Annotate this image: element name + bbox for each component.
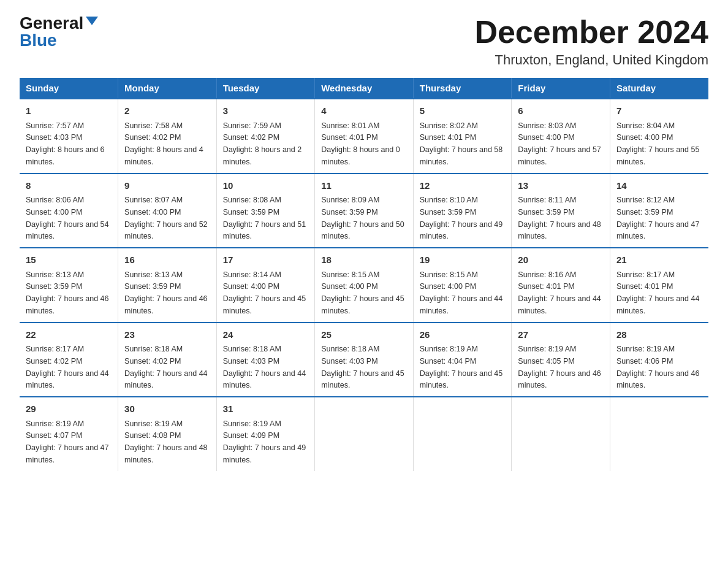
calendar-cell: 7Sunrise: 8:04 AMSunset: 4:00 PMDaylight…: [610, 99, 708, 174]
calendar-cell: 29Sunrise: 8:19 AMSunset: 4:07 PMDayligh…: [20, 397, 118, 471]
day-info: Sunrise: 8:19 AMSunset: 4:07 PMDaylight:…: [26, 419, 109, 464]
day-number: 27: [518, 328, 604, 342]
col-header-friday: Friday: [512, 78, 610, 99]
day-number: 7: [616, 104, 702, 118]
day-number: 18: [321, 253, 407, 267]
calendar-week-row: 1Sunrise: 7:57 AMSunset: 4:03 PMDaylight…: [20, 99, 708, 174]
day-number: 21: [616, 253, 702, 267]
calendar-cell: 11Sunrise: 8:09 AMSunset: 3:59 PMDayligh…: [315, 174, 414, 248]
calendar-cell: 9Sunrise: 8:07 AMSunset: 4:00 PMDaylight…: [118, 174, 217, 248]
day-number: 14: [616, 179, 702, 193]
calendar-cell: 15Sunrise: 8:13 AMSunset: 3:59 PMDayligh…: [20, 248, 118, 323]
calendar-cell: [413, 397, 512, 471]
calendar-week-row: 8Sunrise: 8:06 AMSunset: 4:00 PMDaylight…: [20, 174, 708, 248]
day-number: 19: [420, 253, 506, 267]
day-number: 17: [223, 253, 309, 267]
calendar-cell: 16Sunrise: 8:13 AMSunset: 3:59 PMDayligh…: [118, 248, 217, 323]
calendar-cell: 31Sunrise: 8:19 AMSunset: 4:09 PMDayligh…: [216, 397, 315, 471]
day-info: Sunrise: 8:17 AMSunset: 4:02 PMDaylight:…: [26, 345, 109, 389]
day-info: Sunrise: 8:19 AMSunset: 4:08 PMDaylight:…: [124, 419, 208, 464]
calendar-cell: 2Sunrise: 7:58 AMSunset: 4:02 PMDaylight…: [118, 99, 217, 174]
calendar-cell: 10Sunrise: 8:08 AMSunset: 3:59 PMDayligh…: [216, 174, 315, 248]
calendar-cell: 5Sunrise: 8:02 AMSunset: 4:01 PMDaylight…: [413, 99, 512, 174]
day-info: Sunrise: 8:19 AMSunset: 4:05 PMDaylight:…: [518, 345, 601, 389]
day-info: Sunrise: 7:59 AMSunset: 4:02 PMDaylight:…: [223, 121, 302, 166]
page-title: December 2024: [474, 15, 708, 50]
calendar-cell: 4Sunrise: 8:01 AMSunset: 4:01 PMDaylight…: [315, 99, 414, 174]
day-info: Sunrise: 8:10 AMSunset: 3:59 PMDaylight:…: [420, 196, 503, 240]
col-header-monday: Monday: [118, 78, 217, 99]
day-number: 9: [124, 179, 210, 193]
day-number: 12: [420, 179, 506, 193]
day-number: 26: [420, 328, 506, 342]
day-info: Sunrise: 8:02 AMSunset: 4:01 PMDaylight:…: [420, 121, 503, 166]
day-info: Sunrise: 8:01 AMSunset: 4:01 PMDaylight:…: [321, 121, 400, 166]
day-number: 13: [518, 179, 604, 193]
day-number: 16: [124, 253, 210, 267]
calendar-cell: 3Sunrise: 7:59 AMSunset: 4:02 PMDaylight…: [216, 99, 315, 174]
calendar-cell: 13Sunrise: 8:11 AMSunset: 3:59 PMDayligh…: [512, 174, 610, 248]
calendar-week-row: 22Sunrise: 8:17 AMSunset: 4:02 PMDayligh…: [20, 323, 708, 397]
day-info: Sunrise: 8:03 AMSunset: 4:00 PMDaylight:…: [518, 121, 601, 166]
logo-general-text: General: [20, 15, 83, 32]
calendar-cell: 18Sunrise: 8:15 AMSunset: 4:00 PMDayligh…: [315, 248, 414, 323]
day-number: 8: [26, 179, 112, 193]
day-number: 30: [124, 402, 210, 416]
day-info: Sunrise: 8:18 AMSunset: 4:03 PMDaylight:…: [223, 345, 306, 389]
day-info: Sunrise: 8:17 AMSunset: 4:01 PMDaylight:…: [616, 270, 700, 315]
calendar-cell: 14Sunrise: 8:12 AMSunset: 3:59 PMDayligh…: [610, 174, 708, 248]
day-info: Sunrise: 8:19 AMSunset: 4:04 PMDaylight:…: [420, 345, 503, 389]
day-info: Sunrise: 8:19 AMSunset: 4:09 PMDaylight:…: [223, 419, 306, 464]
day-info: Sunrise: 8:15 AMSunset: 4:00 PMDaylight:…: [420, 270, 503, 315]
day-info: Sunrise: 8:16 AMSunset: 4:01 PMDaylight:…: [518, 270, 601, 315]
day-info: Sunrise: 8:08 AMSunset: 3:59 PMDaylight:…: [223, 196, 306, 240]
day-number: 28: [616, 328, 702, 342]
page-header: General Blue December 2024 Thruxton, Eng…: [20, 15, 708, 68]
calendar-cell: 26Sunrise: 8:19 AMSunset: 4:04 PMDayligh…: [413, 323, 512, 397]
logo: General Blue: [20, 15, 98, 49]
calendar-week-row: 15Sunrise: 8:13 AMSunset: 3:59 PMDayligh…: [20, 248, 708, 323]
calendar-cell: 12Sunrise: 8:10 AMSunset: 3:59 PMDayligh…: [413, 174, 512, 248]
calendar-cell: 27Sunrise: 8:19 AMSunset: 4:05 PMDayligh…: [512, 323, 610, 397]
title-block: December 2024 Thruxton, England, United …: [474, 15, 708, 68]
calendar-cell: 25Sunrise: 8:18 AMSunset: 4:03 PMDayligh…: [315, 323, 414, 397]
day-number: 5: [420, 104, 506, 118]
col-header-tuesday: Tuesday: [216, 78, 315, 99]
calendar-cell: 28Sunrise: 8:19 AMSunset: 4:06 PMDayligh…: [610, 323, 708, 397]
calendar-cell: 8Sunrise: 8:06 AMSunset: 4:00 PMDaylight…: [20, 174, 118, 248]
col-header-saturday: Saturday: [610, 78, 708, 99]
logo-blue-text: Blue: [20, 32, 57, 49]
day-info: Sunrise: 8:11 AMSunset: 3:59 PMDaylight:…: [518, 196, 601, 240]
calendar-header-row: SundayMondayTuesdayWednesdayThursdayFrid…: [20, 78, 708, 99]
day-number: 31: [223, 402, 309, 416]
day-info: Sunrise: 8:19 AMSunset: 4:06 PMDaylight:…: [616, 345, 700, 389]
calendar-cell: [610, 397, 708, 471]
calendar-cell: 1Sunrise: 7:57 AMSunset: 4:03 PMDaylight…: [20, 99, 118, 174]
day-info: Sunrise: 8:12 AMSunset: 3:59 PMDaylight:…: [616, 196, 700, 240]
day-number: 20: [518, 253, 604, 267]
day-info: Sunrise: 8:09 AMSunset: 3:59 PMDaylight:…: [321, 196, 404, 240]
day-info: Sunrise: 8:18 AMSunset: 4:03 PMDaylight:…: [321, 345, 404, 389]
calendar-cell: [315, 397, 414, 471]
day-number: 15: [26, 253, 112, 267]
day-number: 1: [26, 104, 112, 118]
calendar-cell: 24Sunrise: 8:18 AMSunset: 4:03 PMDayligh…: [216, 323, 315, 397]
day-number: 6: [518, 104, 604, 118]
calendar-cell: [512, 397, 610, 471]
day-number: 29: [26, 402, 112, 416]
logo-triangle-icon: [86, 17, 98, 25]
calendar-cell: 23Sunrise: 8:18 AMSunset: 4:02 PMDayligh…: [118, 323, 217, 397]
day-info: Sunrise: 8:13 AMSunset: 3:59 PMDaylight:…: [26, 270, 109, 315]
day-info: Sunrise: 8:04 AMSunset: 4:00 PMDaylight:…: [616, 121, 700, 166]
day-number: 23: [124, 328, 210, 342]
calendar-table: SundayMondayTuesdayWednesdayThursdayFrid…: [20, 78, 708, 471]
day-info: Sunrise: 8:07 AMSunset: 4:00 PMDaylight:…: [124, 196, 208, 240]
col-header-sunday: Sunday: [20, 78, 118, 99]
day-number: 25: [321, 328, 407, 342]
day-number: 22: [26, 328, 112, 342]
day-info: Sunrise: 8:13 AMSunset: 3:59 PMDaylight:…: [124, 270, 208, 315]
calendar-cell: 20Sunrise: 8:16 AMSunset: 4:01 PMDayligh…: [512, 248, 610, 323]
col-header-wednesday: Wednesday: [315, 78, 414, 99]
calendar-cell: 19Sunrise: 8:15 AMSunset: 4:00 PMDayligh…: [413, 248, 512, 323]
calendar-week-row: 29Sunrise: 8:19 AMSunset: 4:07 PMDayligh…: [20, 397, 708, 471]
